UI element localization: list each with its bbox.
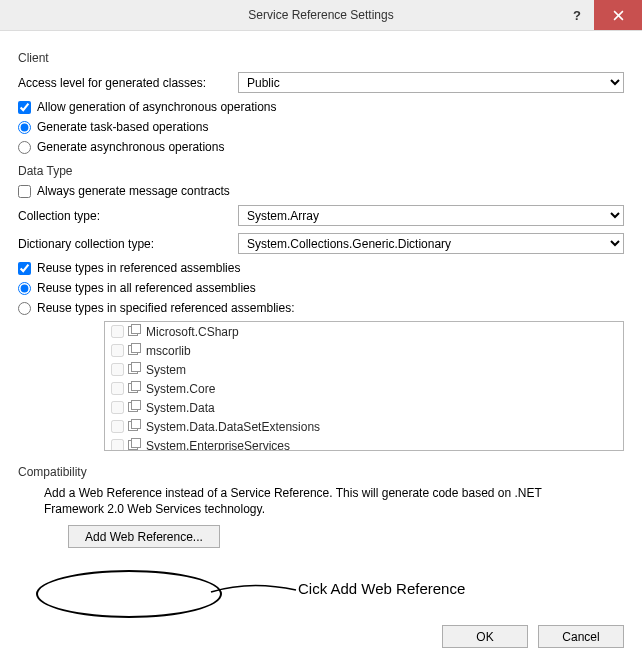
ok-button[interactable]: OK	[442, 625, 528, 648]
help-button[interactable]: ?	[560, 0, 594, 30]
assembly-name: System.EnterpriseServices	[146, 439, 290, 452]
list-item: Microsoft.CSharp	[105, 322, 623, 341]
svg-rect-5	[132, 344, 141, 353]
assembly-checkbox	[111, 382, 124, 395]
svg-rect-15	[132, 439, 141, 448]
list-item: mscorlib	[105, 341, 623, 360]
always-contracts-checkbox[interactable]	[18, 185, 31, 198]
datatype-group-label: Data Type	[18, 164, 624, 178]
assembly-name: mscorlib	[146, 344, 191, 358]
assembly-icon	[128, 362, 142, 377]
allow-async-label: Allow generation of asynchronous operati…	[37, 100, 276, 114]
annotation-ellipse	[36, 570, 222, 618]
assembly-icon	[128, 438, 142, 451]
svg-rect-9	[132, 382, 141, 391]
assembly-icon	[128, 381, 142, 396]
annotation-arrow	[210, 582, 300, 602]
list-item: System.Data.DataSetExtensions	[105, 417, 623, 436]
collection-type-label: Collection type:	[18, 209, 238, 223]
access-level-select[interactable]: Public	[238, 72, 624, 93]
assembly-name: System.Data	[146, 401, 215, 415]
dialog-footer: OK Cancel	[442, 625, 624, 648]
dict-type-label: Dictionary collection type:	[18, 237, 238, 251]
svg-rect-11	[132, 401, 141, 410]
reuse-specified-label: Reuse types in specified referenced asse…	[37, 301, 294, 315]
close-button[interactable]	[594, 0, 642, 30]
assembly-name: System.Core	[146, 382, 215, 396]
cancel-button[interactable]: Cancel	[538, 625, 624, 648]
assembly-name: System.Data.DataSetExtensions	[146, 420, 320, 434]
assembly-checkbox	[111, 363, 124, 376]
assembly-icon	[128, 343, 142, 358]
assembly-checkbox	[111, 325, 124, 338]
allow-async-checkbox[interactable]	[18, 101, 31, 114]
reuse-specified-radio[interactable]	[18, 302, 31, 315]
assembly-icon	[128, 400, 142, 415]
assembly-name: Microsoft.CSharp	[146, 325, 239, 339]
compat-text: Add a Web Reference instead of a Service…	[44, 485, 598, 517]
window-controls: ?	[560, 0, 642, 30]
gen-task-label: Generate task-based operations	[37, 120, 208, 134]
svg-rect-13	[132, 420, 141, 429]
always-contracts-label: Always generate message contracts	[37, 184, 230, 198]
assembly-checkbox	[111, 420, 124, 433]
list-item: System.Data	[105, 398, 623, 417]
access-level-label: Access level for generated classes:	[18, 76, 238, 90]
assembly-checkbox	[111, 344, 124, 357]
titlebar: Service Reference Settings ?	[0, 0, 642, 31]
dict-type-select[interactable]: System.Collections.Generic.Dictionary	[238, 233, 624, 254]
assembly-name: System	[146, 363, 186, 377]
svg-rect-3	[132, 325, 141, 334]
reuse-all-label: Reuse types in all referenced assemblies	[37, 281, 256, 295]
svg-rect-7	[132, 363, 141, 372]
reuse-all-radio[interactable]	[18, 282, 31, 295]
assembly-checkbox	[111, 401, 124, 414]
assembly-icon	[128, 324, 142, 339]
list-item: System.Core	[105, 379, 623, 398]
list-item: System	[105, 360, 623, 379]
client-group-label: Client	[18, 51, 624, 65]
add-web-reference-button[interactable]: Add Web Reference...	[68, 525, 220, 548]
close-icon	[613, 10, 624, 21]
collection-type-select[interactable]: System.Array	[238, 205, 624, 226]
annotation-text: Cick Add Web Reference	[298, 580, 465, 597]
assembly-icon	[128, 419, 142, 434]
reuse-types-checkbox[interactable]	[18, 262, 31, 275]
assembly-checkbox	[111, 439, 124, 451]
list-item: System.EnterpriseServices	[105, 436, 623, 451]
assemblies-list[interactable]: Microsoft.CSharpmscorlibSystemSystem.Cor…	[104, 321, 624, 451]
gen-task-radio[interactable]	[18, 121, 31, 134]
reuse-types-label: Reuse types in referenced assemblies	[37, 261, 240, 275]
gen-async-label: Generate asynchronous operations	[37, 140, 224, 154]
gen-async-radio[interactable]	[18, 141, 31, 154]
window-title: Service Reference Settings	[248, 8, 393, 22]
compat-group-label: Compatibility	[18, 465, 624, 479]
